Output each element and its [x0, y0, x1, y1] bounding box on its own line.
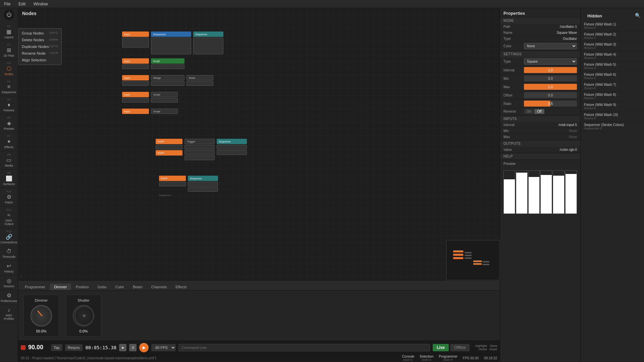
- hidden-item-4[interactable]: Fixture (Wild Wash 5) /fixture-4: [581, 61, 644, 71]
- sidebar-item-patch[interactable]: F10 ⚙ Patch: [0, 188, 18, 206]
- hidden-item-5[interactable]: Fixture (Wild Wash 6) /fixture-5: [581, 71, 644, 81]
- menu-bar: File Edit Window: [0, 0, 644, 8]
- dimmer-dial[interactable]: [31, 305, 52, 326]
- color-select[interactable]: None: [524, 43, 577, 49]
- sidebar-item-effects[interactable]: F7 ✦ Effects: [0, 133, 18, 151]
- preview-bar-1: [516, 170, 528, 214]
- hidden-item-1[interactable]: Fixture (Wild Wash 2) /fixture-1: [581, 31, 644, 41]
- session-icon: ◎: [7, 278, 11, 284]
- sidebar-item-surfaces[interactable]: F9 ⬜ Surfaces: [0, 170, 18, 188]
- patch-icon: ⚙: [7, 194, 11, 200]
- hidden-item-9[interactable]: Fixture (Wild Wash 10) /fixture-9: [581, 112, 644, 122]
- hidden-title: Hidden: [584, 11, 605, 20]
- shutter-dial[interactable]: [73, 305, 94, 326]
- node-group-3: Input Merge Node: [122, 75, 213, 86]
- sidebar-item-presets[interactable]: F6 ◈ Presets: [0, 114, 18, 133]
- tab-effects[interactable]: Effects: [171, 284, 191, 290]
- tab-beam[interactable]: Beam: [129, 284, 147, 290]
- fps-selector[interactable]: 60 FPS 30 FPS 24 FPS: [151, 344, 176, 351]
- selection-shortcut[interactable]: Selection Shift+S: [420, 355, 433, 362]
- svg-rect-5: [465, 257, 472, 259]
- node-oscillator-1[interactable]: Input: [122, 32, 149, 37]
- resync-button[interactable]: Resync: [65, 344, 83, 351]
- hidden-item-10[interactable]: Sequencer (Strobe Colors) /sequencer-0: [581, 122, 644, 132]
- hidden-item-2[interactable]: Fixture (Wild Wash 3) /fixture-2: [581, 41, 644, 51]
- interval-bar[interactable]: 1.0: [524, 67, 577, 73]
- svg-rect-9: [473, 260, 482, 262]
- tab-programmer[interactable]: Programmer: [21, 284, 49, 290]
- dimmer-widget: Dimmer 50.0%: [23, 295, 59, 337]
- tap-button[interactable]: Tap: [51, 344, 62, 351]
- hidden-item-7[interactable]: Fixture (Wild Wash 8) /fixture-7: [581, 92, 644, 102]
- tab-dimmer[interactable]: Dimmer: [50, 284, 71, 290]
- menu-file[interactable]: File: [3, 1, 12, 7]
- offset-bar[interactable]: 0.0: [524, 92, 577, 98]
- stop-button[interactable]: ■: [119, 344, 126, 351]
- hidden-item-8[interactable]: Fixture (Wild Wash 9) /fixture-8: [581, 102, 644, 112]
- console-shortcut[interactable]: Console Shift+C: [402, 355, 414, 362]
- pause-button[interactable]: ⏸: [129, 344, 137, 351]
- node-group-2: Input Script: [122, 58, 184, 69]
- svg-rect-2: [453, 257, 463, 259]
- outputs-section-header: Outputs: [500, 140, 580, 147]
- max-bar[interactable]: 1.0: [524, 84, 577, 90]
- sidebar-item-sequencer[interactable]: F4 ≡ Sequencer: [0, 78, 18, 96]
- sidebar-item-nodes[interactable]: F3 ⬡ Nodes: [0, 60, 18, 78]
- context-align-selection[interactable]: Align Selection: [18, 57, 61, 63]
- hidden-search-button[interactable]: 🔍: [635, 13, 641, 18]
- tab-position[interactable]: Position: [72, 284, 93, 290]
- tab-channels[interactable]: Channels: [147, 284, 171, 290]
- live-button[interactable]: Live: [433, 344, 449, 351]
- play-button[interactable]: ▶: [139, 343, 149, 352]
- programmer-area: Programmer Dimmer Position Gobo Color Be…: [18, 280, 500, 341]
- highlight-shortcut: Highlight Home: [475, 344, 487, 351]
- sidebar-item-history[interactable]: ↩ History: [0, 261, 18, 276]
- reverse-on-button[interactable]: On: [524, 109, 534, 114]
- sidebar-item-timecode[interactable]: ⏱ Timecode: [0, 246, 18, 261]
- minimap-svg: [446, 240, 500, 280]
- command-line-input[interactable]: [178, 344, 430, 351]
- programmer-shortcut[interactable]: Programmer Shift+P: [439, 355, 458, 362]
- preview-bar-0: [503, 170, 515, 214]
- svg-rect-11: [483, 261, 489, 262]
- context-group-nodes[interactable]: Group Nodes Ctrl+G: [18, 30, 61, 37]
- sidebar-item-dmx-output[interactable]: F11 ≈ DMX Output: [0, 206, 18, 228]
- preview-bar-3: [540, 170, 552, 214]
- menu-window[interactable]: Window: [32, 1, 49, 7]
- type-select[interactable]: Square: [524, 58, 577, 65]
- properties-title: Properties: [500, 8, 580, 17]
- context-rename-node[interactable]: Rename Node Ctrl+R: [18, 50, 61, 57]
- power-button[interactable]: ⏻: [4, 9, 14, 20]
- reverse-off-button[interactable]: Off: [534, 109, 544, 114]
- hidden-item-0[interactable]: Fixture (Wild Wash 1) /fixture-0: [581, 21, 644, 31]
- preferences-icon: ⚙: [7, 292, 11, 299]
- hidden-item-3[interactable]: Fixture (Wild Wash 4) /fixture-3: [581, 51, 644, 61]
- preview-section: Preview: [500, 160, 580, 216]
- sidebar-item-media[interactable]: F8 ▭ Media: [0, 151, 18, 170]
- offline-button[interactable]: Offline: [450, 344, 470, 351]
- prop-reverse: Reverse On Off: [500, 108, 580, 115]
- sidebar-item-preferences[interactable]: ⚙ Preferences: [0, 290, 18, 305]
- sidebar-item-fixtures[interactable]: F5 ♦ Fixtures: [0, 96, 18, 114]
- node-group-1: Input Sequencer Sequence: [122, 32, 223, 54]
- shutter-value: 0.0%: [79, 329, 88, 333]
- store-shortcut: Store Insert: [489, 344, 497, 351]
- sidebar-item-midi-profiles[interactable]: ♪ MIDI Profiles: [0, 305, 18, 323]
- history-icon: ↩: [7, 263, 11, 269]
- context-delete-nodes[interactable]: Delete Nodes Delete: [18, 37, 61, 43]
- nodes-canvas[interactable]: Nodes Group Nodes Ctrl+G Delete Nodes De…: [18, 8, 500, 280]
- sidebar-item-layout[interactable]: F1 ▦ Layout: [0, 23, 18, 41]
- tab-gobo[interactable]: Gobo: [94, 284, 111, 290]
- tab-color[interactable]: Color: [111, 284, 128, 290]
- hidden-item-6[interactable]: Fixture (Wild Wash 7) /fixture-6: [581, 81, 644, 92]
- left-sidebar: ⏻ F1 ▦ Layout F2 ⊞ 2D Plan F3 ⬡ Nodes F4…: [0, 8, 18, 362]
- context-duplicate-nodes[interactable]: Duplicate Nodes Ctrl+D: [18, 43, 61, 50]
- prop-path: Path /oscillator-1: [500, 24, 580, 30]
- ratio-bar[interactable]: 0.5: [524, 101, 577, 107]
- menu-edit[interactable]: Edit: [17, 1, 27, 7]
- svg-line-14: [482, 264, 483, 264]
- sidebar-item-connections[interactable]: F12 🔗 Connections: [0, 228, 18, 246]
- sidebar-item-2d-plan[interactable]: F2 ⊞ 2D Plan: [0, 41, 18, 60]
- sidebar-item-session[interactable]: ◎ Session: [0, 276, 18, 290]
- min-bar[interactable]: 0.0: [524, 75, 577, 81]
